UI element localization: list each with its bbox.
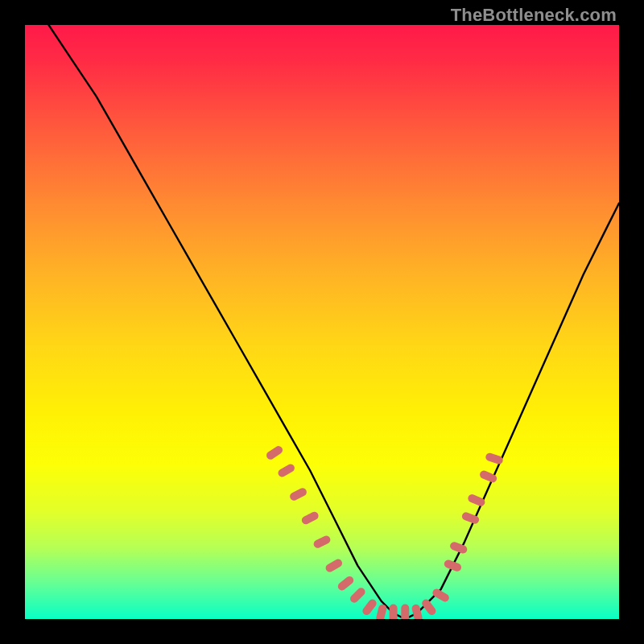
svg-rect-0 [265,444,284,461]
watermark-text: TheBottleneck.com [451,5,617,26]
bottleneck-curve [49,25,620,619]
svg-rect-15 [443,559,462,572]
svg-rect-20 [485,452,504,464]
plot-area [25,25,619,619]
svg-rect-2 [288,487,308,502]
svg-rect-18 [467,493,486,507]
svg-rect-6 [336,575,355,592]
svg-rect-7 [349,586,367,605]
chart-svg [25,25,619,619]
svg-rect-4 [312,535,332,550]
svg-rect-8 [361,597,378,617]
svg-rect-12 [411,604,423,619]
svg-rect-5 [324,558,344,574]
svg-rect-9 [375,604,387,619]
svg-rect-3 [300,510,320,526]
svg-rect-1 [277,463,296,479]
svg-rect-11 [401,605,409,619]
chart-frame: TheBottleneck.com [0,0,644,644]
svg-rect-10 [390,605,398,619]
